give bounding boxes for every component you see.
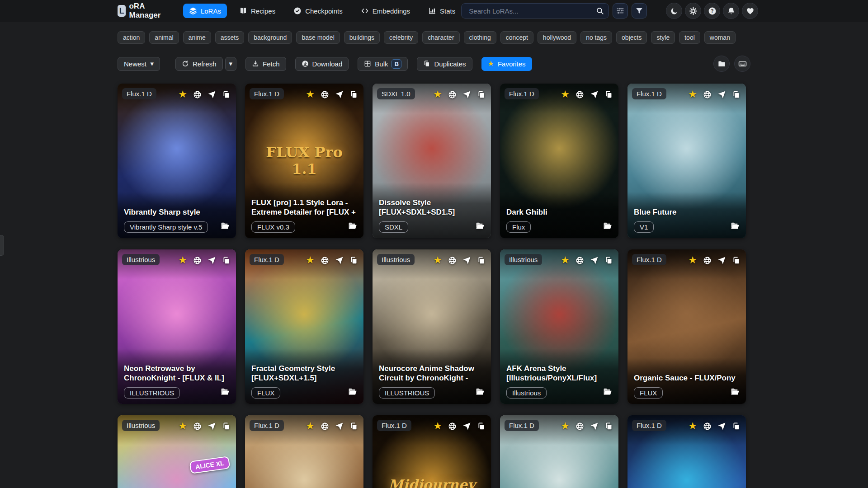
tag-pill[interactable]: celebrity xyxy=(384,31,418,44)
tag-pill[interactable]: objects xyxy=(616,31,647,44)
tag-pill[interactable]: tool xyxy=(679,31,700,44)
copy-icon[interactable] xyxy=(349,256,358,265)
globe-icon[interactable] xyxy=(703,422,712,431)
tag-pill[interactable]: anime xyxy=(183,31,211,44)
favorites-filter-button[interactable]: ★ Favorites xyxy=(481,57,532,71)
send-icon[interactable] xyxy=(590,90,599,99)
tag-pill[interactable]: assets xyxy=(215,31,244,44)
globe-icon[interactable] xyxy=(193,256,202,265)
lora-card[interactable]: Flux.1 D ★ xyxy=(500,415,618,488)
refresh-button[interactable]: Refresh xyxy=(175,57,223,71)
favorite-star-icon[interactable]: ★ xyxy=(178,421,187,431)
globe-icon[interactable] xyxy=(576,256,584,265)
tag-pill[interactable]: clothing xyxy=(464,31,496,44)
copy-icon[interactable] xyxy=(732,422,741,431)
send-icon[interactable] xyxy=(590,256,599,265)
open-folder-button[interactable] xyxy=(730,387,740,399)
open-folder-button[interactable] xyxy=(603,221,613,233)
globe-icon[interactable] xyxy=(193,90,202,99)
help-button[interactable] xyxy=(704,3,720,19)
tag-pill[interactable]: hollywood xyxy=(538,31,576,44)
open-folder-button[interactable] xyxy=(730,221,740,233)
favorite-star-icon[interactable]: ★ xyxy=(433,89,442,99)
copy-icon[interactable] xyxy=(349,90,358,99)
globe-icon[interactable] xyxy=(321,90,329,99)
globe-icon[interactable] xyxy=(448,90,457,99)
search-icon[interactable] xyxy=(596,7,604,15)
tag-pill[interactable]: concept xyxy=(500,31,533,44)
bulk-button[interactable]: Bulk B xyxy=(358,57,408,71)
copy-icon[interactable] xyxy=(222,90,231,99)
open-folder-button[interactable] xyxy=(220,221,230,233)
sidebar-handle[interactable] xyxy=(0,235,4,256)
lora-card[interactable]: Flux.1 D ★ Blue Future V1 xyxy=(627,84,746,238)
copy-icon[interactable] xyxy=(222,256,231,265)
globe-icon[interactable] xyxy=(448,422,457,431)
lora-card[interactable]: Illustrious ★ Neurocore Anime Shadow Cir… xyxy=(373,249,491,404)
nav-item-checkpoints[interactable]: Checkpoints xyxy=(288,4,349,18)
tag-pill[interactable]: woman xyxy=(704,31,736,44)
lora-card[interactable]: Flux.1 D ★ Fractal Geometry Style [FLUX+… xyxy=(245,249,363,404)
tag-pill[interactable]: buildings xyxy=(344,31,380,44)
nav-item-loras[interactable]: LoRAs xyxy=(183,4,227,18)
send-icon[interactable] xyxy=(208,256,216,265)
send-icon[interactable] xyxy=(335,256,344,265)
send-icon[interactable] xyxy=(462,90,471,99)
tag-pill[interactable]: base model xyxy=(296,31,340,44)
nav-item-stats[interactable]: Stats xyxy=(422,4,461,18)
favorite-star-icon[interactable]: ★ xyxy=(688,255,697,265)
send-icon[interactable] xyxy=(462,256,471,265)
send-icon[interactable] xyxy=(335,422,344,431)
globe-icon[interactable] xyxy=(321,256,329,265)
favorite-star-icon[interactable]: ★ xyxy=(561,421,570,431)
search-input[interactable] xyxy=(468,7,596,15)
lora-card[interactable]: Flux.1 D ★ Organic Sauce - FLUX/Pony FLU… xyxy=(627,249,746,404)
globe-icon[interactable] xyxy=(576,422,584,431)
globe-icon[interactable] xyxy=(576,90,584,99)
open-folder-button[interactable] xyxy=(603,387,613,399)
support-button[interactable] xyxy=(742,3,758,19)
favorite-star-icon[interactable]: ★ xyxy=(433,255,442,265)
tag-pill[interactable]: background xyxy=(248,31,292,44)
send-icon[interactable] xyxy=(462,422,471,431)
send-icon[interactable] xyxy=(208,90,216,99)
tag-pill[interactable]: no tags xyxy=(580,31,612,44)
copy-icon[interactable] xyxy=(349,422,358,431)
send-icon[interactable] xyxy=(717,422,726,431)
send-icon[interactable] xyxy=(717,90,726,99)
favorite-star-icon[interactable]: ★ xyxy=(178,89,187,99)
favorite-star-icon[interactable]: ★ xyxy=(306,255,315,265)
lora-card[interactable]: FLUX Pro 1.1 Flux.1 D ★ FLUX [pro] 1.1 S… xyxy=(245,84,363,238)
nav-item-recipes[interactable]: Recipes xyxy=(233,4,281,18)
copy-icon[interactable] xyxy=(222,422,231,431)
copy-icon[interactable] xyxy=(604,256,613,265)
lora-card[interactable]: Midjourney meets Flux.1 D ★ xyxy=(373,415,491,488)
sort-select[interactable]: Newest ▾ xyxy=(118,57,160,71)
open-folder-button[interactable] xyxy=(475,387,485,399)
open-folder-button[interactable] xyxy=(475,221,485,233)
copy-icon[interactable] xyxy=(477,90,486,99)
lora-card[interactable]: SDXL 1.0 ★ Dissolve Style [FLUX+SDXL+SD1… xyxy=(373,84,491,238)
fetch-button[interactable]: Fetch xyxy=(245,57,286,71)
open-folder-button[interactable] xyxy=(348,387,358,399)
duplicates-button[interactable]: Duplicates xyxy=(417,57,472,71)
globe-icon[interactable] xyxy=(193,422,202,431)
lora-card[interactable]: Illustrious ★ AFK Arena Style [Illustrio… xyxy=(500,249,618,404)
copy-icon[interactable] xyxy=(477,422,486,431)
refresh-menu-button[interactable]: ▾ xyxy=(225,57,237,71)
download-button[interactable]: Download xyxy=(295,57,349,71)
copy-icon[interactable] xyxy=(477,256,486,265)
send-icon[interactable] xyxy=(717,256,726,265)
tag-pill[interactable]: animal xyxy=(149,31,179,44)
filter-button[interactable] xyxy=(632,3,647,19)
favorite-star-icon[interactable]: ★ xyxy=(433,421,442,431)
favorite-star-icon[interactable]: ★ xyxy=(561,255,570,265)
copy-icon[interactable] xyxy=(732,256,741,265)
nav-item-embeddings[interactable]: Embeddings xyxy=(355,4,416,18)
copy-icon[interactable] xyxy=(732,90,741,99)
tag-pill[interactable]: character xyxy=(422,31,459,44)
globe-icon[interactable] xyxy=(703,90,712,99)
lora-card[interactable]: Flux.1 D ★ xyxy=(627,415,746,488)
search-options-button[interactable] xyxy=(613,3,628,19)
favorite-star-icon[interactable]: ★ xyxy=(688,89,697,99)
